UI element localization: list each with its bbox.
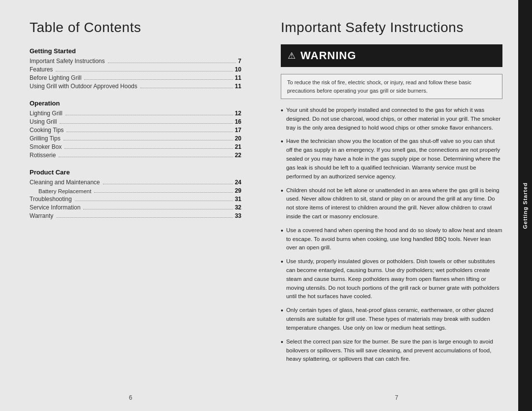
bullet-dot: • [281,307,283,314]
bullet-section: •Your unit should be properly installed … [281,106,502,364]
bullet-dot: • [281,107,283,114]
toc-dots [65,148,233,149]
right-tab-label: Getting Started [522,182,528,229]
bullet-text: Children should not be left alone or una… [286,186,502,221]
bullet-text: Use sturdy, properly insulated gloves or… [286,257,502,301]
toc-item: Important Safety Instructions7 [30,58,241,65]
toc-item: Cleaning and Maintenance24 [30,179,241,186]
bullet-text: Your unit should be properly installed a… [286,106,502,132]
toc-item-label: Features [30,66,53,73]
toc-item-label: Warranty [30,212,53,219]
toc-page-number: 16 [235,118,241,125]
toc-section-operation: OperationLighting Grill12Using Grill16Co… [30,100,241,159]
toc-section-header: Product Care [30,169,241,176]
toc-item: Battery Replacement29 [30,187,241,194]
toc-item: Before Lighting Grill11 [30,74,241,81]
toc-section-header: Operation [30,100,241,107]
toc-dots [140,88,233,88]
toc-item: Lighting Grill12 [30,110,241,117]
toc-item-label: Service Information [30,204,80,211]
bullet-text: Use a covered hand when opening the hood… [286,226,502,252]
bullet-item: •Select the correct pan size for the bur… [281,338,502,364]
safety-title: Important Safety Instructions [281,20,502,35]
toc-item: Using Grill with Outdoor Approved Hoods1… [30,83,241,90]
toc-dots [83,209,233,209]
toc-dots [84,79,233,80]
bullet-dot: • [281,227,283,234]
toc-item: Grilling Tips20 [30,135,241,142]
bullet-item: •Use sturdy, properly insulated gloves o… [281,257,502,301]
toc-dots [56,217,233,218]
toc-page-number: 31 [235,196,241,203]
toc-item: Troubleshooting31 [30,196,241,203]
toc-item-label: Cooking Tips [30,127,64,134]
toc-dots [59,157,233,157]
toc-page-number: 33 [235,212,241,219]
bullet-item: •Children should not be left alone or un… [281,186,502,221]
toc-dots [94,192,233,193]
right-tab: Getting Started [518,0,532,411]
toc-item-label: Using Grill with Outdoor Approved Hoods [30,83,137,90]
toc-item-label: Smoker Box [30,143,62,150]
toc-title: Table of Contents [30,20,241,35]
toc-dots [103,184,233,184]
toc-dots [66,132,233,132]
toc-item-label: Using Grill [30,118,57,125]
toc-page-number: 17 [235,127,241,134]
bullet-text: Have the technician show you the locatio… [286,137,502,181]
toc-dots [108,63,236,63]
toc-item-label: Lighting Grill [30,110,63,117]
bullet-item: •Use a covered hand when opening the hoo… [281,226,502,252]
toc-page-number: 12 [235,110,241,117]
toc-section-product-care: Product CareCleaning and Maintenance24Ba… [30,169,241,219]
toc-dots [64,140,233,140]
page-number-left: 6 [129,394,133,401]
warning-title: WARNING [300,49,356,62]
toc-item: Smoker Box21 [30,143,241,150]
toc-item: Features10 [30,66,241,73]
warning-subtext: To reduce the risk of fire, electric sho… [281,74,502,99]
toc-item: Rotisserie22 [30,152,241,159]
left-page: Table of Contents Getting StartedImporta… [0,0,261,411]
bullet-dot: • [281,258,283,265]
right-page: Important Safety Instructions ⚠ WARNING … [261,0,532,411]
toc-item-label: Grilling Tips [30,135,61,142]
bullet-text: Select the correct pan size for the burn… [286,338,502,364]
bullet-item: •Your unit should be properly installed … [281,106,502,132]
toc-page-number: 11 [235,83,241,90]
toc-sections: Getting StartedImportant Safety Instruct… [30,47,241,219]
toc-page-number: 11 [235,74,241,81]
toc-page-number: 10 [235,66,241,73]
toc-item: Cooking Tips17 [30,127,241,134]
toc-dots [66,115,233,115]
warning-icon: ⚠ [288,50,296,61]
toc-dots [75,201,233,201]
toc-item-label: Troubleshooting [30,196,72,203]
toc-item-label: Rotisserie [30,152,56,159]
toc-item-label: Before Lighting Grill [30,74,81,81]
toc-page-number: 24 [235,179,241,186]
toc-page-number: 21 [235,143,241,150]
toc-dots [56,71,233,71]
toc-dots [60,123,233,124]
bullet-item: •Have the technician show you the locati… [281,137,502,181]
page-number-right: 7 [395,394,399,401]
toc-item-label: Battery Replacement [38,188,91,194]
toc-page-number: 20 [235,135,241,142]
bullet-dot: • [281,339,283,345]
toc-item-label: Cleaning and Maintenance [30,179,100,186]
warning-box: ⚠ WARNING [281,44,502,67]
bullet-text: Only certain types of glass, heat-proof … [286,306,502,332]
toc-page-number: 29 [235,187,241,194]
toc-page-number: 7 [238,58,241,65]
toc-page-number: 22 [235,152,241,159]
toc-item: Warranty33 [30,212,241,219]
bullet-dot: • [281,138,283,145]
toc-section-getting-started: Getting StartedImportant Safety Instruct… [30,47,241,90]
bullet-item: •Only certain types of glass, heat-proof… [281,306,502,332]
toc-item: Using Grill16 [30,118,241,125]
toc-item-label: Important Safety Instructions [30,58,105,65]
toc-item: Service Information32 [30,204,241,211]
toc-section-header: Getting Started [30,47,241,55]
toc-page-number: 32 [235,204,241,211]
